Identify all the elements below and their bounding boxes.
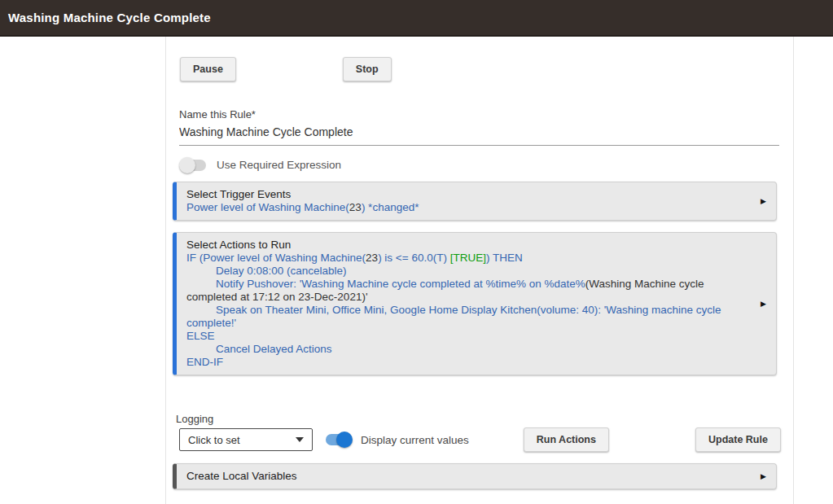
required-expression-toggle[interactable]: [180, 160, 206, 171]
rule-editor-content: Pause Stop Name this Rule* Use Required …: [165, 37, 794, 504]
rule-name-input[interactable]: [179, 122, 779, 146]
toggle-knob: [336, 432, 353, 448]
toggle-knob: [179, 157, 195, 173]
app-header: Washing Machine Cycle Complete: [0, 0, 833, 37]
page-title: Washing Machine Cycle Complete: [8, 11, 211, 24]
pause-button[interactable]: Pause: [180, 57, 236, 81]
update-rule-button[interactable]: Update Rule: [695, 427, 781, 452]
rule-state-buttons: Pause Stop: [180, 57, 793, 81]
trigger-device-id: 23: [349, 201, 362, 213]
display-values-label: Display current values: [361, 434, 469, 446]
if-pre: IF (Power level of Washing Machine(: [186, 252, 366, 264]
expand-arrow-icon: ▶: [761, 198, 766, 205]
logging-dropdown-value: Click to set: [188, 434, 240, 446]
display-values-toggle[interactable]: [326, 434, 352, 445]
action-endif-line: END-IF: [186, 356, 752, 369]
action-cancel-line: Cancel Delayed Actions: [186, 343, 752, 356]
actions-panel-title: Select Actions to Run: [186, 239, 752, 252]
action-speak-line: Speak on Theater Mini, Office Mini, Goog…: [186, 304, 752, 330]
logging-controls-row: Click to set Display current values Run …: [179, 427, 793, 452]
action-else-line: ELSE: [186, 330, 752, 343]
trigger-panel-title: Select Trigger Events: [186, 188, 752, 201]
actions-panel[interactable]: Select Actions to Run IF (Power level of…: [173, 232, 777, 375]
local-variables-title: Create Local Variables: [186, 470, 752, 483]
run-actions-button[interactable]: Run Actions: [524, 427, 609, 452]
stop-button[interactable]: Stop: [343, 57, 392, 81]
notify-action-text: Notify Pushover: 'Washing Machine cycle …: [216, 278, 585, 290]
if-mid: ) is <= 60.0(T): [378, 252, 450, 264]
action-delay-line: Delay 0:08:00 (cancelable): [186, 265, 752, 278]
if-device-id: 23: [366, 252, 378, 264]
if-true-badge: [TRUE]: [450, 252, 486, 264]
trigger-event-suffix: ) *changed*: [362, 201, 419, 213]
trigger-event-text: Power level of Washing Machine(: [186, 201, 349, 213]
name-rule-label: Name this Rule*: [179, 108, 793, 121]
if-post: ) THEN: [486, 252, 523, 264]
expand-arrow-icon: ▶: [761, 300, 766, 308]
required-expression-row: Use Required Expression: [180, 159, 793, 171]
trigger-event-summary: Power level of Washing Machine(23) *chan…: [186, 201, 752, 214]
trigger-events-panel[interactable]: Select Trigger Events Power level of Was…: [173, 182, 777, 221]
required-expression-label: Use Required Expression: [217, 159, 341, 171]
action-notify-line: Notify Pushover: 'Washing Machine cycle …: [186, 278, 752, 304]
expand-arrow-icon: ▶: [761, 473, 766, 480]
logging-dropdown[interactable]: Click to set: [179, 428, 313, 451]
logging-label: Logging: [176, 413, 793, 425]
chevron-down-icon: [296, 437, 304, 442]
local-variables-panel[interactable]: Create Local Variables ▶: [173, 463, 777, 489]
action-if-line: IF (Power level of Washing Machine(23) i…: [186, 252, 752, 265]
